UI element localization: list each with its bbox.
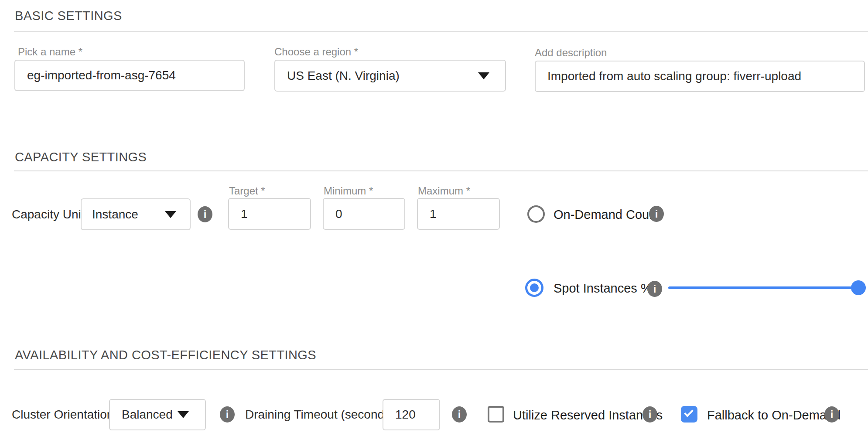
choose-region-label: Choose a region * (274, 46, 358, 58)
caret-down-icon (178, 411, 189, 418)
region-select[interactable]: US East (N. Virginia) (274, 60, 506, 92)
utilize-reserved-instances-checkbox[interactable] (488, 406, 504, 423)
utilize-reserved-instances-label: Utilize Reserved Instances (513, 408, 663, 422)
minimum-input[interactable] (323, 198, 405, 230)
info-icon[interactable]: i (649, 206, 664, 222)
draining-timeout-input[interactable] (383, 399, 440, 430)
settings-page: BASIC SETTINGS Pick a name * Choose a re… (0, 0, 868, 443)
cluster-orientation-value: Balanced (110, 408, 173, 422)
section-divider (14, 31, 868, 32)
spot-instances-label: Spot Instances % (554, 281, 652, 295)
info-icon[interactable]: i (452, 406, 467, 423)
info-icon[interactable]: i (824, 406, 839, 423)
cluster-orientation-select[interactable]: Balanced (109, 399, 206, 430)
on-demand-count-radio[interactable] (527, 205, 545, 223)
info-icon[interactable]: i (647, 281, 662, 297)
availability-settings-title: AVAILABILITY AND COST-EFFICIENCY SETTING… (15, 348, 316, 362)
fallback-on-demand-checkbox[interactable] (681, 406, 697, 423)
spot-percentage-slider-handle[interactable] (851, 280, 866, 295)
name-input[interactable] (14, 60, 245, 91)
capacity-unit-label: Capacity Unit (12, 208, 85, 221)
basic-settings-title: BASIC SETTINGS (15, 9, 122, 23)
caret-down-icon (165, 211, 176, 218)
section-divider (14, 369, 868, 370)
add-description-label: Add description (535, 47, 607, 59)
info-icon[interactable]: i (198, 206, 212, 222)
target-input[interactable] (228, 198, 311, 230)
info-icon[interactable]: i (642, 406, 657, 423)
fallback-on-demand-label: Fallback to On-Demand (707, 408, 841, 422)
region-select-value: US East (N. Virginia) (275, 69, 400, 83)
capacity-unit-select[interactable]: Instance (81, 198, 191, 230)
minimum-label: Minimum * (324, 185, 373, 197)
target-label: Target * (229, 185, 265, 197)
on-demand-count-label: On-Demand Count (554, 208, 660, 222)
draining-timeout-label: Draining Timeout (seconds) (245, 408, 394, 421)
maximum-label: Maximum * (418, 185, 470, 197)
description-input[interactable] (535, 61, 865, 92)
capacity-unit-value: Instance (82, 208, 138, 222)
cluster-orientation-label: Cluster Orientation (12, 408, 113, 421)
caret-down-icon (478, 72, 489, 79)
check-icon (684, 408, 694, 417)
capacity-settings-title: CAPACITY SETTINGS (15, 150, 147, 164)
radio-dot (530, 283, 539, 292)
maximum-input[interactable] (417, 198, 500, 230)
info-icon[interactable]: i (220, 406, 235, 423)
spot-instances-radio[interactable] (525, 279, 543, 297)
pick-a-name-label: Pick a name * (18, 46, 82, 58)
section-divider (14, 170, 868, 171)
spot-percentage-slider-track[interactable] (668, 286, 859, 289)
